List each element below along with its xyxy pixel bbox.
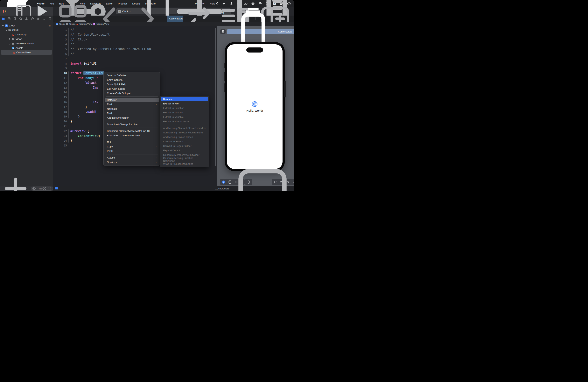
- preview-tab-pill[interactable]: ContentView: [227, 29, 294, 34]
- menu-item-extract-to-file[interactable]: Extract to File: [161, 101, 208, 106]
- breadcrumb-contentview-3[interactable]: SContentView: [93, 22, 109, 25]
- menu-item-label: Find: [107, 103, 112, 106]
- disclosure-open-icon[interactable]: [5, 29, 8, 31]
- menu-item-autofill[interactable]: AutoFill›: [105, 155, 159, 160]
- add-file-button[interactable]: [1, 174, 30, 191]
- menu-item-jump-to-definition[interactable]: Jump to Definition: [105, 73, 159, 78]
- zoom-in-icon[interactable]: [293, 180, 294, 184]
- nav-breakpoint-icon[interactable]: [42, 17, 46, 21]
- play-circle-icon[interactable]: [222, 180, 225, 184]
- menu-item-edit-all-in-scope[interactable]: Edit All in Scope: [105, 86, 159, 91]
- menu-item-copy[interactable]: Copy›: [105, 144, 159, 149]
- menu-item-refactor[interactable]: Refactor›: [105, 98, 159, 102]
- menu-item-add-missing-switch-cases: Add Missing Switch Cases: [161, 135, 208, 139]
- tab-label: ContentView: [169, 17, 183, 20]
- code-line-5[interactable]: 5// Created by Russell Gordon on 2024-11…: [53, 47, 217, 52]
- line-number: 25: [54, 143, 67, 148]
- tree-item-assets[interactable]: Assets: [0, 46, 53, 50]
- menu-item-paste[interactable]: Paste: [105, 149, 159, 153]
- tree-item-clock[interactable]: AClockM: [0, 23, 53, 28]
- nav-source-icon[interactable]: [7, 17, 11, 21]
- change-ribbon[interactable]: [68, 129, 69, 143]
- change-ribbon[interactable]: [68, 28, 69, 56]
- submenu-arrow-icon: ›: [156, 98, 157, 101]
- menu-item-bookmark-contentview-swift[interactable]: Bookmark “ContentView.swift”: [105, 133, 159, 138]
- tree-item-contentview[interactable]: ContentView: [1, 50, 52, 55]
- menu-item-show-quick-help[interactable]: Show Quick Help: [105, 82, 159, 86]
- line-number: 6: [54, 52, 67, 56]
- recent-files-icon[interactable]: [42, 187, 47, 191]
- nav-warning-icon[interactable]: [25, 17, 28, 21]
- breakpoint-tag-icon[interactable]: [55, 187, 59, 190]
- code-text: Tex: [70, 100, 99, 105]
- code-text: import SwiftUI: [70, 61, 97, 66]
- nav-debug-icon[interactable]: [37, 17, 40, 21]
- bottom-panel-toggle-icon[interactable]: [233, 159, 292, 191]
- nav-report-icon[interactable]: [48, 17, 52, 21]
- tree-item-views[interactable]: Views: [0, 37, 53, 41]
- menu-item-label: Add Missing Abstract Class Overrides: [163, 127, 205, 129]
- pin-preview-button[interactable]: [220, 29, 226, 34]
- pointer-device-icon[interactable]: [228, 180, 231, 184]
- menu-item-services[interactable]: Services›: [105, 160, 159, 164]
- change-ribbon[interactable]: [68, 71, 69, 118]
- menu-item-label: Generate Memberwise Initializer: [163, 153, 199, 156]
- menu-item-fold[interactable]: Fold: [105, 111, 159, 116]
- menu-item-convert-to-regex-builder: Convert to Regex Builder: [161, 144, 208, 148]
- menu-item-show-callers[interactable]: Show Callers…: [105, 78, 159, 82]
- code-line-4[interactable]: 4//: [53, 42, 217, 47]
- code-text: .paddi: [70, 109, 97, 114]
- menu-item-find[interactable]: Find›: [105, 102, 159, 106]
- disclosure-closed-icon[interactable]: [9, 38, 11, 40]
- pin-icon: [220, 29, 226, 34]
- code-text: Ima: [70, 85, 99, 90]
- menu-item-create-code-snippet[interactable]: Create Code Snippet…: [105, 91, 159, 95]
- close-button[interactable]: [3, 10, 4, 13]
- disclosure-closed-icon[interactable]: [9, 42, 11, 45]
- tree-item-clock[interactable]: Clock: [0, 28, 53, 32]
- menu-item-navigate[interactable]: Navigate›: [105, 106, 159, 111]
- menu-item-label: Fold: [107, 112, 112, 115]
- code-line-7[interactable]: 7: [53, 56, 217, 61]
- menu-item-label: Bookmark “ContentView.swift” Line 10: [107, 129, 149, 132]
- code-text: var body: s: [70, 76, 99, 81]
- menu-item-label: Add Missing Protocol Requirements: [163, 131, 203, 134]
- code-text: #Preview {: [70, 129, 89, 134]
- navigator-tab-bar: [0, 16, 53, 22]
- menu-item-bookmark-contentview-swift-line-10[interactable]: Bookmark “ContentView.swift” Line 10: [105, 129, 159, 133]
- source-control-filter-icon[interactable]: [47, 187, 52, 191]
- nav-folder-icon[interactable]: [1, 17, 5, 21]
- code-line-6[interactable]: 6//: [53, 52, 217, 56]
- filter-placeholder: Filter: [38, 188, 43, 190]
- preview-screen[interactable]: Hello, world!: [227, 44, 283, 169]
- code-line-3[interactable]: 3// Clock: [53, 37, 217, 42]
- breadcrumb-contentview-2[interactable]: ContentView: [76, 22, 92, 25]
- tree-item-clockapp[interactable]: ClockApp: [0, 32, 53, 37]
- tab-contentview[interactable]: ContentView: [167, 16, 183, 22]
- submenu-arrow-icon: ›: [156, 103, 157, 106]
- minimize-button[interactable]: [5, 10, 6, 13]
- source-control-status-badge: M: [49, 24, 51, 27]
- menu-item-cut[interactable]: Cut: [105, 140, 159, 144]
- menu-item-add-documentation[interactable]: Add Documentation: [105, 116, 159, 120]
- menu-item-label: Show Quick Help: [107, 83, 126, 86]
- menu-item-label: Show Callers…: [107, 78, 125, 81]
- code-line-2[interactable]: 2// ContentView.swift: [53, 32, 217, 37]
- filter-options-icon[interactable]: [32, 186, 37, 191]
- nav-search-icon[interactable]: [19, 17, 22, 21]
- menu-file[interactable]: File: [50, 2, 54, 5]
- breadcrumb-clock-0[interactable]: AClock: [56, 22, 65, 25]
- nav-bookmark-icon[interactable]: [13, 17, 17, 21]
- breadcrumb-clock-1[interactable]: Clock: [66, 22, 75, 25]
- code-line-1[interactable]: 1//: [53, 27, 217, 32]
- zoom-button[interactable]: [8, 10, 9, 13]
- menu-item-rename[interactable]: Rename…: [161, 97, 208, 101]
- disclosure-open-icon[interactable]: [2, 24, 4, 27]
- code-line-8[interactable]: 8import SwiftUI: [53, 61, 217, 66]
- nav-test-icon[interactable]: [31, 17, 34, 21]
- tree-item-preview-content[interactable]: Preview Content: [0, 41, 53, 46]
- bottom-bar: Filter 11 characters: [0, 186, 294, 191]
- filter-field[interactable]: Filter: [31, 187, 53, 191]
- code-line-9[interactable]: 9: [53, 66, 217, 71]
- menu-item-show-last-change-for-line[interactable]: Show Last Change for Line: [105, 122, 159, 127]
